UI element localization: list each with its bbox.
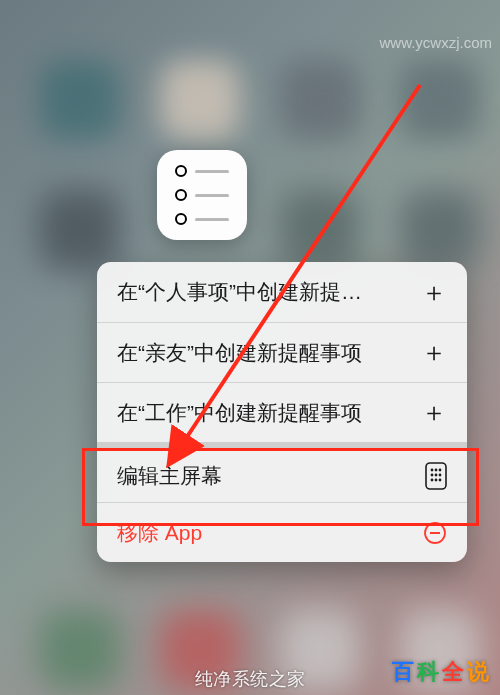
watermark-url-top: www.ycwxzj.com xyxy=(379,34,492,51)
menu-item-label: 移除 App xyxy=(117,519,423,547)
apps-icon xyxy=(425,462,447,490)
menu-item-edit-home-screen[interactable]: 编辑主屏幕 xyxy=(97,442,467,502)
watermark-bottom: 纯净系统之家 百科全说 xyxy=(0,649,500,695)
menu-item-new-family[interactable]: 在“亲友”中创建新提醒事项 ＋ xyxy=(97,322,467,382)
watermark-brand-text: 纯净系统之家 xyxy=(195,667,306,691)
svg-point-1 xyxy=(431,469,434,472)
menu-item-label: 编辑主屏幕 xyxy=(117,462,425,490)
plus-icon: ＋ xyxy=(421,335,447,370)
menu-item-label: 在“个人事项”中创建新提… xyxy=(117,278,421,306)
svg-point-2 xyxy=(435,469,438,472)
svg-point-3 xyxy=(439,469,442,472)
menu-item-new-work[interactable]: 在“工作”中创建新提醒事项 ＋ xyxy=(97,382,467,442)
menu-item-label: 在“亲友”中创建新提醒事项 xyxy=(117,339,421,367)
menu-item-new-personal[interactable]: 在“个人事项”中创建新提… ＋ xyxy=(97,262,467,322)
svg-point-8 xyxy=(435,479,438,482)
context-menu: 在“个人事项”中创建新提… ＋ 在“亲友”中创建新提醒事项 ＋ 在“工作”中创建… xyxy=(97,262,467,562)
svg-point-6 xyxy=(439,474,442,477)
menu-item-label: 在“工作”中创建新提醒事项 xyxy=(117,399,421,427)
minus-circle-icon xyxy=(423,521,447,545)
watermark-badge: 百科全说 xyxy=(392,657,490,687)
reminders-app-icon[interactable] xyxy=(157,150,247,240)
svg-point-7 xyxy=(431,479,434,482)
svg-point-9 xyxy=(439,479,442,482)
plus-icon: ＋ xyxy=(421,275,447,310)
svg-point-5 xyxy=(435,474,438,477)
svg-point-4 xyxy=(431,474,434,477)
plus-icon: ＋ xyxy=(421,395,447,430)
menu-item-remove-app[interactable]: 移除 App xyxy=(97,502,467,562)
